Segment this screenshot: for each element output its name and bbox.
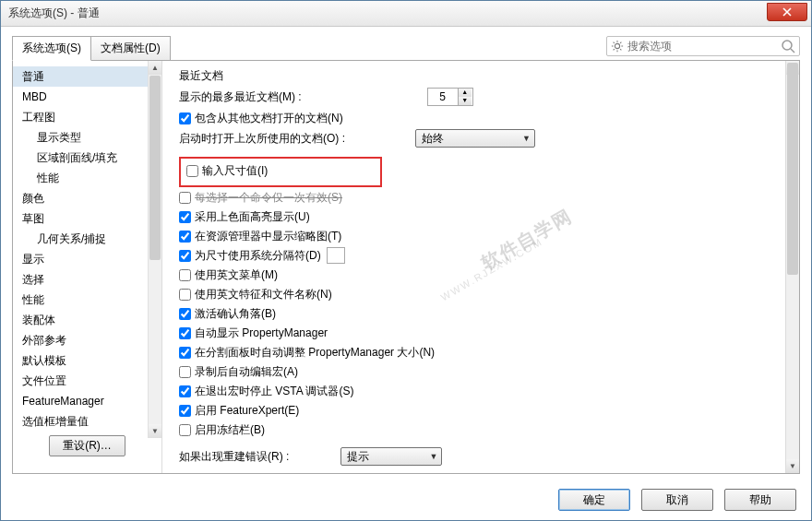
option-checkbox[interactable] <box>179 192 191 204</box>
sidebar-item[interactable]: 草图 <box>13 208 161 229</box>
top-area: 系统选项(S) 文档属性(D) <box>1 27 811 61</box>
scroll-down-icon[interactable]: ▼ <box>786 459 799 473</box>
input-dim-row: 输入尺寸值(I) <box>186 162 375 179</box>
rebuild-error-label: 如果出现重建错误(R) : <box>179 449 289 465</box>
option-label: 激活确认角落(B) <box>195 305 276 322</box>
sidebar-scroll-thumb[interactable] <box>149 76 161 260</box>
option-label: 录制后自动编辑宏(A) <box>195 363 298 380</box>
option-checkbox[interactable] <box>179 327 191 339</box>
close-button[interactable] <box>767 3 807 21</box>
sidebar-list: 普通MBD工程图显示类型区域剖面线/填充性能颜色草图几何关系/捕捉显示选择性能装… <box>13 66 161 428</box>
sidebar-scrollbar[interactable]: ▲ ▼ <box>148 61 161 438</box>
magnifier-icon <box>781 39 795 53</box>
tab-document-properties[interactable]: 文档属性(D) <box>90 36 171 61</box>
cancel-button[interactable]: 取消 <box>641 489 713 511</box>
option-label: 在分割面板时自动调整 PropertyManager 大小(N) <box>195 344 435 361</box>
option-checkbox[interactable] <box>179 250 191 262</box>
svg-point-0 <box>615 43 619 48</box>
sidebar-item[interactable]: 颜色 <box>13 188 161 208</box>
sidebar-item[interactable]: 区域剖面线/填充 <box>13 148 161 168</box>
max-recent-spinner[interactable]: ▲ ▼ <box>427 88 473 106</box>
chevron-down-icon: ▼ <box>429 452 437 461</box>
sidebar-item[interactable]: 性能 <box>13 168 161 188</box>
sidebar-item[interactable]: 几何关系/捕捉 <box>13 229 161 249</box>
option-checkbox[interactable] <box>179 211 191 223</box>
input-dim-label: 输入尺寸值(I) <box>202 162 268 179</box>
rebuild-error-combo[interactable]: 提示 ▼ <box>340 447 442 466</box>
max-recent-value[interactable] <box>428 90 458 103</box>
open-last-combo[interactable]: 始终 ▼ <box>415 129 535 148</box>
search-input[interactable] <box>627 40 781 53</box>
option-label: 使用英文菜单(M) <box>195 266 278 283</box>
sidebar-item[interactable]: 性能 <box>13 290 161 310</box>
option-label: 每选择一个命令仅一次有效(S) <box>195 189 342 206</box>
option-row: 使用英文菜单(M) <box>179 266 794 283</box>
footer: 确定 取消 帮助 <box>558 489 796 511</box>
max-recent-label: 显示的最多最近文档(M) : <box>179 89 302 105</box>
option-label: 自动显示 PropertyManager <box>195 325 328 341</box>
sidebar-item[interactable]: FeatureManager <box>13 391 161 411</box>
checks-container: 每选择一个命令仅一次有效(S)采用上色面高亮显示(U)在资源管理器中显示缩略图(… <box>179 189 794 438</box>
spinner-buttons: ▲ ▼ <box>458 89 472 105</box>
main-scrollbar[interactable]: ▲ ▼ <box>785 61 799 473</box>
option-checkbox[interactable] <box>179 231 191 243</box>
sidebar-item[interactable]: 默认模板 <box>13 350 161 371</box>
tabs: 系统选项(S) 文档属性(D) <box>12 36 170 61</box>
include-other-docs-checkbox[interactable] <box>179 112 191 124</box>
option-checkbox[interactable] <box>179 269 191 281</box>
sidebar-item[interactable]: 显示类型 <box>13 127 161 148</box>
scroll-up-icon[interactable]: ▲ <box>149 61 161 75</box>
option-label: 启用冻结栏(B) <box>195 421 265 438</box>
option-checkbox[interactable] <box>179 289 191 301</box>
rebuild-error-value: 提示 <box>347 449 369 465</box>
open-last-row: 启动时打开上次所使用的文档(O) : 始终 ▼ <box>179 129 794 148</box>
option-checkbox[interactable] <box>179 308 191 320</box>
sidebar-item[interactable]: 文件位置 <box>13 371 161 391</box>
titlebar: 系统选项(S) - 普通 <box>1 1 811 27</box>
include-other-docs-row: 包含从其他文档打开的文档(N) <box>179 110 794 126</box>
open-last-value: 始终 <box>422 131 444 147</box>
sidebar-item[interactable]: 装配体 <box>13 310 161 330</box>
main-scroll-thumb[interactable] <box>787 63 798 275</box>
input-dim-checkbox[interactable] <box>186 165 198 177</box>
sidebar-item[interactable]: 显示 <box>13 249 161 269</box>
option-label: 使用英文特征和文件名称(N) <box>195 286 332 302</box>
main-panel: 最近文档 显示的最多最近文档(M) : ▲ ▼ 包含从其他文档打开的文档(N) <box>162 61 799 473</box>
help-button[interactable]: 帮助 <box>724 489 796 511</box>
option-checkbox[interactable] <box>179 366 191 378</box>
spinner-down-icon[interactable]: ▼ <box>459 97 472 105</box>
tab-system-options[interactable]: 系统选项(S) <box>12 36 91 61</box>
option-row: 每选择一个命令仅一次有效(S) <box>179 189 794 206</box>
option-checkbox[interactable] <box>179 424 191 436</box>
option-checkbox[interactable] <box>179 385 191 397</box>
option-label: 启用 FeatureXpert(E) <box>195 402 299 419</box>
close-icon <box>782 7 792 17</box>
spinner-up-icon[interactable]: ▲ <box>459 89 472 97</box>
option-row: 在资源管理器中显示缩略图(T) <box>179 228 794 244</box>
sidebar-item[interactable]: MBD <box>13 87 161 107</box>
window-title: 系统选项(S) - 普通 <box>8 6 100 21</box>
ok-button[interactable]: 确定 <box>558 489 630 511</box>
option-checkbox[interactable] <box>179 405 191 417</box>
gear-icon <box>611 40 624 53</box>
sidebar: 普通MBD工程图显示类型区域剖面线/填充性能颜色草图几何关系/捕捉显示选择性能装… <box>13 61 162 473</box>
open-last-label: 启动时打开上次所使用的文档(O) : <box>179 131 345 147</box>
sidebar-item[interactable]: 选值框增量值 <box>13 411 161 428</box>
option-label: 在退出宏时停止 VSTA 调试器(S) <box>195 383 353 399</box>
include-other-docs-label: 包含从其他文档打开的文档(N) <box>195 110 343 126</box>
reset-button[interactable]: 重设(R)… <box>49 435 125 456</box>
option-label: 采用上色面高亮显示(U) <box>195 208 310 225</box>
sidebar-item[interactable]: 工程图 <box>13 107 161 127</box>
sidebar-item[interactable]: 外部参考 <box>13 330 161 350</box>
option-row: 为尺寸使用系统分隔符(D) <box>179 247 794 264</box>
option-checkbox[interactable] <box>179 347 191 359</box>
option-row: 录制后自动编辑宏(A) <box>179 363 794 380</box>
tab-panel: 普通MBD工程图显示类型区域剖面线/填充性能颜色草图几何关系/捕捉显示选择性能装… <box>12 60 800 474</box>
sidebar-item[interactable]: 选择 <box>13 269 161 290</box>
sidebar-item[interactable]: 普通 <box>13 66 161 87</box>
search-box[interactable] <box>606 36 800 56</box>
scroll-down-icon[interactable]: ▼ <box>149 424 161 438</box>
option-row: 在退出宏时停止 VSTA 调试器(S) <box>179 383 794 399</box>
highlight-box: 输入尺寸值(I) <box>179 157 382 187</box>
option-row: 激活确认角落(B) <box>179 305 794 322</box>
